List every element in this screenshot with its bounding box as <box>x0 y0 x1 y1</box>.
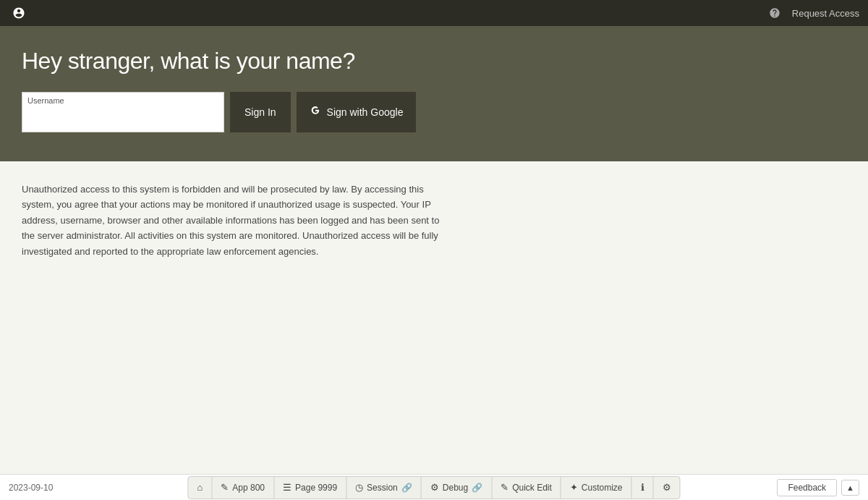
app-bar-item[interactable]: ✎ App 800 <box>212 477 274 499</box>
main-content: Unauthorized access to this system is fo… <box>0 161 868 474</box>
debug-label: Debug <box>443 483 468 493</box>
chevron-up-button[interactable]: ▲ <box>841 480 859 496</box>
session-link-icon: 🔗 <box>401 483 412 493</box>
info-icon: ℹ <box>641 482 644 493</box>
google-icon <box>310 105 321 119</box>
help-button[interactable] <box>766 4 783 22</box>
sign-in-button[interactable]: Sign In <box>230 92 291 132</box>
page-bar-item[interactable]: ☰ Page 9999 <box>274 477 346 499</box>
request-access-button[interactable]: Request Access <box>792 8 859 19</box>
settings-bar-item[interactable]: ⚙ <box>654 477 680 499</box>
app-logo[interactable] <box>9 3 29 23</box>
hero-title: Hey stranger, what is your name? <box>22 48 846 75</box>
bottom-bar: 2023-09-10 ⌂ ✎ App 800 ☰ Page 9999 ◷ Ses… <box>0 474 868 500</box>
hero-section: Hey stranger, what is your name? Usernam… <box>0 26 868 161</box>
bottom-center-toolbar: ⌂ ✎ App 800 ☰ Page 9999 ◷ Session 🔗 ⚙ De… <box>187 476 680 499</box>
info-bar-item[interactable]: ℹ <box>632 477 654 499</box>
session-icon: ◷ <box>355 482 363 493</box>
quick-edit-bar-item[interactable]: ✎ Quick Edit <box>492 477 561 499</box>
customize-bar-item[interactable]: ✦ Customize <box>561 477 632 499</box>
top-nav-right: Request Access <box>766 4 859 22</box>
login-form: Username Sign In Sign with Google <box>22 92 846 132</box>
bottom-right: Feedback ▲ <box>777 479 859 496</box>
settings-icon: ⚙ <box>663 482 671 493</box>
top-nav: Request Access <box>0 0 868 26</box>
feedback-button[interactable]: Feedback <box>777 479 837 496</box>
session-label: Session <box>367 483 398 493</box>
app-label: App 800 <box>232 483 265 493</box>
disclaimer-text: Unauthorized access to this system is fo… <box>22 182 441 259</box>
edit-icon: ✎ <box>221 482 229 493</box>
username-field-wrapper: Username <box>22 92 224 132</box>
customize-icon: ✦ <box>570 482 578 493</box>
date-label: 2023-09-10 <box>9 483 53 493</box>
username-input[interactable] <box>22 92 224 132</box>
home-bar-item[interactable]: ⌂ <box>188 477 212 499</box>
debug-bar-item[interactable]: ⚙ Debug 🔗 <box>422 477 492 499</box>
customize-label: Customize <box>582 483 623 493</box>
page-icon: ☰ <box>283 482 292 493</box>
debug-link-icon: 🔗 <box>472 483 482 493</box>
chevron-up-icon: ▲ <box>846 483 854 492</box>
sign-with-google-button[interactable]: Sign with Google <box>297 92 417 132</box>
quick-edit-label: Quick Edit <box>512 483 552 493</box>
session-bar-item[interactable]: ◷ Session 🔗 <box>346 477 422 499</box>
home-icon: ⌂ <box>197 482 203 493</box>
sign-with-google-label: Sign with Google <box>327 106 404 118</box>
quick-edit-icon: ✎ <box>501 482 509 493</box>
debug-icon: ⚙ <box>430 482 439 493</box>
page-label: Page 9999 <box>295 483 337 493</box>
